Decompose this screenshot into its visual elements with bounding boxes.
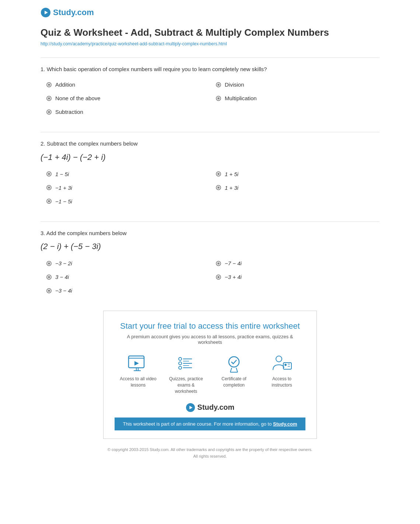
video-lessons-icon bbox=[127, 354, 149, 373]
cta-feature-label: Access to all video lessons bbox=[120, 376, 157, 388]
question-2-options: 1 − 5i 1 + 5i −1 + 3i 1 + 3i −1 − 5i bbox=[41, 167, 379, 208]
option-q1-c[interactable]: None of the above bbox=[41, 91, 210, 105]
svg-marker-4 bbox=[134, 361, 139, 366]
option-q1-b[interactable]: Division bbox=[210, 78, 379, 91]
cta-box: Start your free trial to access this ent… bbox=[103, 311, 317, 439]
question-3: 3. Add the complex numbers below (2 − i)… bbox=[41, 229, 379, 298]
option-label: −3 − 4i bbox=[55, 287, 72, 294]
option-q3-b[interactable]: −7 − 4i bbox=[210, 256, 379, 270]
svg-point-9 bbox=[179, 362, 182, 365]
option-label: −1 − 5i bbox=[55, 198, 72, 205]
question-2-formula: (−1 + 4i) − (−2 + i) bbox=[41, 153, 379, 162]
option-q2-c[interactable]: −1 + 3i bbox=[41, 181, 210, 195]
cta-logo: Study.com bbox=[115, 403, 305, 412]
cta-feature-quizzes: Quizzes, practice exams & worksheets bbox=[168, 354, 204, 394]
cta-footer-bar: This worksheet is part of an online cour… bbox=[115, 418, 305, 430]
radio-icon bbox=[46, 171, 52, 177]
cta-feature-label: Certificate of completion bbox=[216, 376, 252, 388]
question-1-text: 1. Which basic operation of complex numb… bbox=[41, 65, 379, 74]
question-1-options: Addition Division None of the above Mult… bbox=[41, 78, 379, 119]
radio-icon bbox=[46, 261, 52, 266]
option-label: −3 − 2i bbox=[55, 260, 72, 266]
option-q3-a[interactable]: −3 − 2i bbox=[41, 256, 210, 270]
option-q2-d[interactable]: 1 + 3i bbox=[210, 181, 379, 195]
svg-line-18 bbox=[236, 368, 238, 372]
radio-icon bbox=[216, 275, 221, 280]
studycom-logo-icon bbox=[41, 7, 51, 18]
option-q1-e[interactable]: Subtraction bbox=[41, 105, 210, 119]
cta-logo-text: Study.com bbox=[197, 403, 235, 412]
page-url: http://study.com/academy/practice/quiz-w… bbox=[41, 41, 379, 46]
option-q3-e[interactable]: −3 − 4i bbox=[41, 284, 210, 297]
option-q2-a[interactable]: 1 − 5i bbox=[41, 167, 210, 181]
radio-icon bbox=[216, 185, 221, 190]
question-2: 2. Subtract the complex numbers below (−… bbox=[41, 140, 379, 208]
cta-logo-icon bbox=[186, 403, 195, 412]
radio-icon bbox=[216, 96, 221, 101]
svg-point-20 bbox=[276, 356, 282, 362]
option-label: 1 + 5i bbox=[225, 171, 238, 177]
radio-icon bbox=[216, 82, 221, 87]
divider-top bbox=[41, 57, 379, 58]
option-label: Division bbox=[225, 81, 244, 88]
logo-bar: Study.com bbox=[41, 7, 379, 18]
cta-feature-label: Access to instructors bbox=[263, 376, 300, 388]
svg-rect-21 bbox=[283, 363, 291, 369]
option-label: −7 − 4i bbox=[225, 260, 242, 266]
question-3-formula: (2 − i) + (−5 − 3i) bbox=[41, 242, 379, 251]
option-label: Multiplication bbox=[225, 95, 257, 101]
cta-container: Start your free trial to access this ent… bbox=[41, 311, 379, 439]
option-label: 3 − 4i bbox=[55, 274, 69, 280]
cta-title: Start your free trial to access this ent… bbox=[115, 321, 305, 331]
option-label: −1 + 3i bbox=[55, 185, 72, 191]
question-3-options: −3 − 2i −7 − 4i 3 − 4i −3 + 4i −3 − 4i bbox=[41, 256, 379, 297]
cta-subtitle: A premium account gives you access to al… bbox=[115, 334, 305, 345]
option-q2-b[interactable]: 1 + 5i bbox=[210, 167, 379, 181]
logo-text: Study.com bbox=[53, 8, 94, 17]
question-3-text: 3. Add the complex numbers below bbox=[41, 229, 379, 238]
question-1: 1. Which basic operation of complex numb… bbox=[41, 65, 379, 119]
svg-point-16 bbox=[229, 357, 239, 367]
radio-icon bbox=[46, 199, 52, 204]
divider-q1 bbox=[41, 132, 379, 132]
radio-icon bbox=[216, 171, 221, 177]
cta-feature-instructors: Access to instructors bbox=[263, 354, 300, 394]
option-q3-d[interactable]: −3 + 4i bbox=[210, 270, 379, 284]
option-label: None of the above bbox=[55, 95, 101, 101]
option-label: −3 + 4i bbox=[225, 274, 242, 280]
instructors-icon bbox=[271, 354, 293, 373]
copyright: © copyright 2003-2015 Study.com. All oth… bbox=[41, 446, 379, 460]
radio-icon bbox=[46, 185, 52, 190]
divider-q2 bbox=[41, 221, 379, 222]
option-q2-e[interactable]: −1 − 5i bbox=[41, 195, 210, 208]
cta-feature-label: Quizzes, practice exams & worksheets bbox=[168, 376, 204, 394]
option-label: 1 + 3i bbox=[225, 185, 238, 191]
page-title: Quiz & Worksheet - Add, Subtract & Multi… bbox=[41, 27, 379, 39]
certificate-icon bbox=[223, 354, 245, 373]
option-label: 1 − 5i bbox=[55, 171, 69, 177]
radio-icon bbox=[216, 261, 221, 266]
svg-rect-2 bbox=[129, 356, 144, 368]
svg-point-22 bbox=[284, 364, 287, 366]
radio-icon bbox=[46, 275, 52, 280]
option-q1-d[interactable]: Multiplication bbox=[210, 91, 379, 105]
option-label: Addition bbox=[55, 81, 75, 88]
option-q3-c[interactable]: 3 − 4i bbox=[41, 270, 210, 284]
svg-point-10 bbox=[179, 366, 182, 369]
option-label: Subtraction bbox=[55, 109, 83, 115]
cta-feature-certificate: Certificate of completion bbox=[216, 354, 252, 394]
radio-icon bbox=[46, 82, 52, 87]
cta-footer-link[interactable]: Study.com bbox=[273, 421, 297, 427]
radio-icon bbox=[46, 109, 52, 115]
cta-features: Access to all video lessons Quizzes, bbox=[115, 354, 305, 394]
quizzes-icon bbox=[175, 354, 197, 373]
svg-point-8 bbox=[179, 357, 182, 360]
radio-icon bbox=[46, 96, 52, 101]
cta-feature-video: Access to all video lessons bbox=[120, 354, 157, 394]
option-q1-a[interactable]: Addition bbox=[41, 78, 210, 91]
svg-line-17 bbox=[230, 368, 232, 372]
radio-icon bbox=[46, 288, 52, 293]
question-2-text: 2. Subtract the complex numbers below bbox=[41, 140, 379, 148]
